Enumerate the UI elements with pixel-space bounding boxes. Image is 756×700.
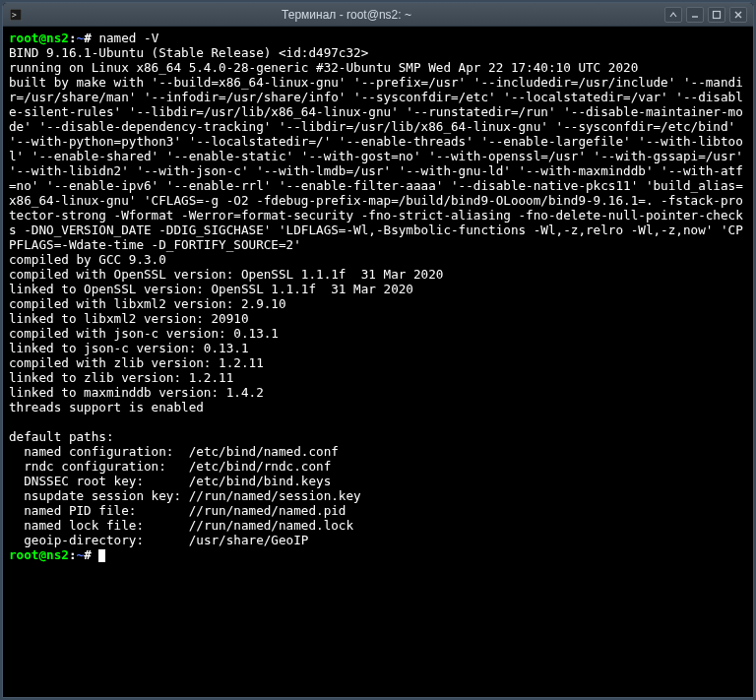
rollup-button[interactable]: [664, 7, 682, 23]
command-output: BIND 9.16.1-Ubuntu (Stable Release) <id:…: [9, 45, 750, 547]
svg-text:>: >: [12, 11, 17, 20]
prompt-user-host-2: root@ns2: [9, 547, 69, 562]
prompt-colon: :: [69, 31, 77, 45]
prompt-path: ~: [77, 31, 85, 45]
window-title: Терминал - root@ns2: ~: [29, 8, 664, 22]
window-controls: [664, 7, 747, 23]
maximize-button[interactable]: [708, 7, 725, 23]
svg-rect-3: [714, 11, 721, 18]
minimize-button[interactable]: [686, 7, 704, 23]
terminal-icon: >: [9, 8, 23, 22]
terminal-body[interactable]: root@ns2:~# named -V BIND 9.16.1-Ubuntu …: [3, 27, 753, 697]
prompt-colon-2: :: [69, 547, 77, 562]
prompt-hash-2: #: [84, 547, 92, 562]
cursor: [98, 549, 105, 562]
window-titlebar[interactable]: > Терминал - root@ns2: ~: [3, 3, 753, 27]
prompt-path-2: ~: [77, 547, 85, 562]
close-button[interactable]: [729, 7, 747, 23]
command-text: named -V: [92, 31, 159, 45]
prompt-user-host: root@ns2: [9, 31, 69, 45]
prompt-hash: #: [84, 31, 92, 45]
terminal-window: > Терминал - root@ns2: ~ root@ns2:~# nam…: [2, 2, 754, 698]
